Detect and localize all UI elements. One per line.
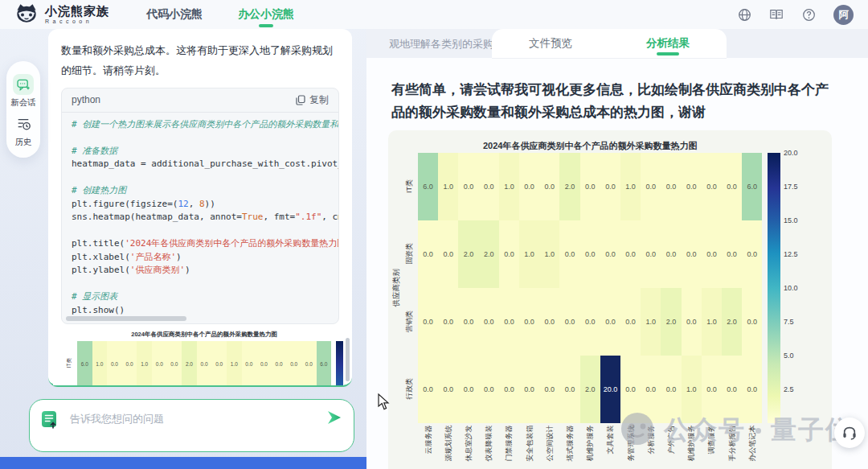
question-input[interactable] (68, 410, 317, 426)
tab-file-preview[interactable]: 文件预览 (492, 29, 609, 58)
heatmap-cell: 0.0 (620, 356, 641, 423)
heatmap-cell: 0.0 (620, 220, 641, 288)
x-tick-label: 机维护服务 (688, 425, 695, 469)
colorbar (768, 153, 780, 423)
chart-title: 2024年各供应商类别中各个产品的额外采购数量热力图 (418, 140, 762, 152)
heatmap-cell: 0.0 (641, 356, 661, 423)
heatmap-cell: 0.0 (256, 341, 272, 385)
heatmap-cell: 1.0 (641, 288, 661, 356)
y-tick-label: 营销类 (406, 287, 413, 355)
tab-analysis-result[interactable]: 分析结果 (609, 29, 727, 58)
nav-tab-office-label: 办公小浣熊 (238, 7, 294, 20)
brand-title: 小浣熊家族 (45, 5, 109, 17)
heatmap-cell: 0.0 (742, 220, 762, 288)
x-tick-label: 文具套装 (607, 425, 614, 469)
heatmap-cell: 0.0 (742, 356, 762, 423)
support-float-button[interactable] (834, 418, 865, 448)
heatmap-cell: 0.0 (499, 356, 519, 423)
chat-vertical-scrollbar[interactable] (346, 338, 350, 381)
heatmap-cell: 0.0 (418, 356, 438, 423)
document-icon (41, 410, 59, 433)
heatmap-cell: 0.0 (702, 153, 722, 220)
active-tab-underline (259, 24, 273, 27)
colorbar-tick-label: 15.0 (784, 217, 798, 224)
heatmap-cell: 0.0 (580, 288, 600, 356)
top-nav: 代码小浣熊 办公小浣熊 (146, 0, 294, 29)
code-line: sns.heatmap(heatmap_data, annot=True, fm… (72, 211, 329, 224)
history-icon (15, 117, 31, 134)
new-chat-label: 新会话 (10, 97, 36, 109)
heatmap-cell: 0.0 (107, 341, 122, 385)
colorbar (336, 341, 343, 385)
colorbar-tick-label: 7.5 (784, 319, 794, 326)
code-language-label: python (72, 94, 100, 105)
x-tick-label: 公空间设计 (546, 425, 553, 469)
colorbar-tick-label: 12.5 (784, 251, 798, 258)
heatmap-cell: 1.0 (682, 356, 702, 423)
chart-preview-thumbnail[interactable]: 2024年各供应商类别中各个产品的额外采购数量热力图6.01.00.00.01.… (53, 328, 344, 385)
heatmap-cell: 0.0 (682, 153, 702, 220)
headset-icon (841, 425, 858, 441)
heatmap-cell: 0.0 (722, 220, 742, 288)
heatmap-cell: 2.0 (182, 341, 197, 385)
code-line (72, 131, 329, 145)
heatmap-cell: 1.0 (539, 220, 559, 288)
heatmap-cell: 0.0 (418, 288, 438, 356)
heatmap-cell: 1.0 (620, 153, 641, 220)
send-icon[interactable] (326, 410, 342, 428)
nav-tab-office-raccoon[interactable]: 办公小浣熊 (238, 0, 294, 29)
new-chat-icon (13, 74, 34, 95)
heatmap-cell: 0.0 (499, 288, 519, 356)
x-tick-label: 塔式服务器 (567, 425, 574, 469)
app-header: 小浣熊家族 Raccoon 代码小浣熊 办公小浣熊 (0, 0, 868, 29)
x-tick-label: 门禁服务器 (506, 425, 513, 469)
heatmap-cell: 0.0 (682, 288, 702, 356)
heatmap-cell: 0.0 (272, 341, 287, 385)
heatmap-cell: 0.0 (122, 341, 137, 385)
heatmap-cell: 2.0 (580, 356, 600, 423)
heatmap-cell: 0.0 (702, 220, 722, 288)
code-horizontal-scrollbar[interactable] (66, 316, 186, 321)
heatmap-cell: 6.0 (77, 341, 92, 385)
code-line: plt.figure(figsize=(12, 8)) (72, 198, 329, 212)
heatmap-cell: 0.0 (722, 356, 742, 423)
colorbar-tick-label: 20.0 (784, 150, 798, 157)
copy-code-button[interactable]: 复制 (296, 93, 329, 107)
raccoon-logo-icon (14, 2, 39, 27)
history-button[interactable]: 历史 (15, 117, 32, 148)
heatmap-cell: 0.0 (559, 288, 579, 356)
x-tick-label: 务管理系统 (627, 425, 634, 469)
code-line: # 显示图表 (72, 290, 329, 304)
docs-book-icon[interactable] (769, 7, 784, 22)
brand[interactable]: 小浣熊家族 Raccoon (14, 2, 109, 27)
x-tick-label: 办公笔记本 (748, 425, 755, 469)
heatmap-cell: 0.0 (682, 220, 702, 288)
heatmap-cell: 20.0 (600, 356, 620, 423)
heatmap-cell: 0.0 (742, 288, 762, 356)
x-tick-label: 户外广告 (668, 425, 675, 469)
history-label: 历史 (15, 137, 32, 148)
user-avatar[interactable]: 阿 (833, 5, 854, 25)
heatmap-cell: 6.0 (418, 153, 438, 220)
new-chat-button[interactable]: 新会话 (10, 74, 36, 109)
heatmap-cell: 0.0 (641, 220, 661, 288)
heatmap-cell: 0.0 (242, 341, 257, 385)
nav-tab-code-raccoon[interactable]: 代码小浣熊 (146, 0, 203, 29)
heatmap-cell: 0.0 (301, 341, 317, 385)
globe-icon[interactable] (737, 7, 751, 22)
heatmap-cell: 0.0 (559, 220, 579, 288)
code-line (72, 171, 329, 185)
heatmap-cell: 1.0 (499, 153, 519, 220)
x-tick-label: 安全包装箱 (526, 425, 533, 469)
question-input-box[interactable] (29, 399, 354, 452)
heatmap-cell: 1.0 (227, 341, 242, 385)
chart-title: 2024年各供应商类别中各个产品的额外采购数量热力图 (77, 331, 331, 339)
heatmap-cell: 1.0 (137, 341, 152, 385)
heatmap-cell: 0.0 (600, 220, 620, 288)
help-icon[interactable] (801, 7, 816, 22)
heatmap-cell: 0.0 (539, 356, 559, 423)
x-tick-label: 机维护服务 (587, 425, 594, 469)
chat-panel: 数量和额外采购总成本。这将有助于更深入地了解采购规划的细节。请稍等片刻。 pyt… (48, 29, 352, 387)
heatmap-cell: 0.0 (641, 153, 661, 220)
heatmap-cell: 0.0 (519, 356, 539, 423)
